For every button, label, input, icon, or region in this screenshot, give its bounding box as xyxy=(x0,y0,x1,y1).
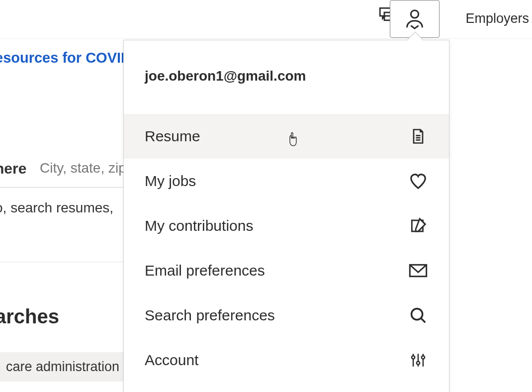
menu-item-resume[interactable]: Resume xyxy=(124,114,449,159)
recent-searches-heading: arches xyxy=(0,305,59,328)
document-icon xyxy=(408,126,428,146)
menu-item-label: Account xyxy=(145,352,198,369)
menu-item-account[interactable]: Account xyxy=(124,338,449,383)
search-icon xyxy=(408,305,428,325)
menu-item-label: Resume xyxy=(145,128,200,145)
menu-item-label: My contributions xyxy=(145,217,253,234)
svg-point-15 xyxy=(422,356,425,359)
edit-note-icon xyxy=(408,216,428,236)
menu-item-my-contributions[interactable]: My contributions xyxy=(124,203,449,248)
menu-item-my-jobs[interactable]: My jobs xyxy=(124,159,449,203)
user-email: joe.oberon1@gmail.com xyxy=(124,40,449,114)
menu-item-search-preferences[interactable]: Search preferences xyxy=(124,293,449,338)
menu-item-email-preferences[interactable]: Email preferences xyxy=(124,248,449,293)
employers-link[interactable]: Employers xyxy=(465,11,529,26)
heart-icon xyxy=(408,171,428,191)
where-field-label: here xyxy=(0,160,26,177)
svg-point-8 xyxy=(412,309,423,320)
menu-item-label: Email preferences xyxy=(145,262,265,279)
svg-point-11 xyxy=(412,356,415,359)
menu-item-label: My jobs xyxy=(145,173,196,190)
svg-line-9 xyxy=(421,318,425,322)
profile-dropdown: joe.oberon1@gmail.com Resume My jobs My … xyxy=(123,40,449,392)
covid-resources-link[interactable]: esources for COVID xyxy=(0,50,131,66)
where-field-placeholder[interactable]: City, state, zip xyxy=(40,160,126,176)
menu-item-label: Search preferences xyxy=(145,307,275,324)
profile-icon xyxy=(403,7,426,30)
search-resumes-text: o, search resumes, xyxy=(0,200,113,216)
envelope-icon xyxy=(408,261,428,281)
sliders-icon xyxy=(408,350,428,370)
search-divider xyxy=(0,187,134,188)
svg-point-2 xyxy=(411,10,418,18)
recent-search-chip[interactable]: care administration xyxy=(0,352,130,382)
svg-point-13 xyxy=(417,362,420,365)
top-bar: Employers xyxy=(0,0,532,39)
